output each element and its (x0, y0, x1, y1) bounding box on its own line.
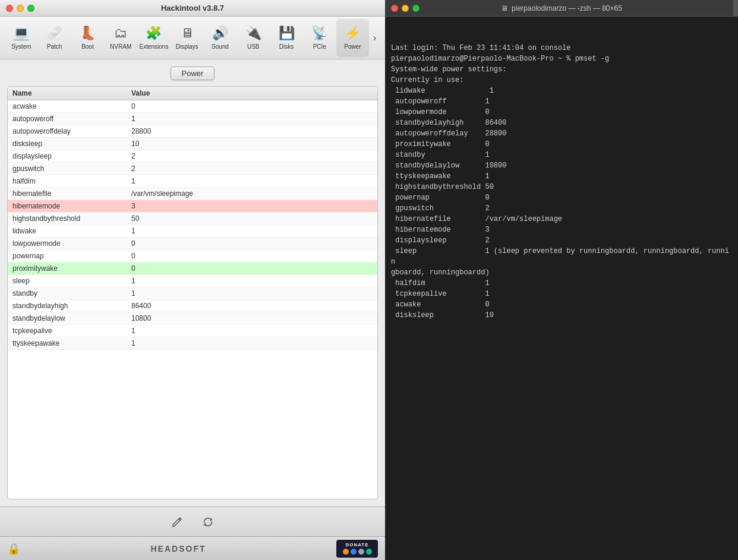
terminal-resize-handle[interactable] (733, 0, 738, 17)
usb-label: USB (247, 43, 260, 50)
terminal-line: hibernatemode 3 (391, 224, 732, 235)
terminal-line: disksleep 10 (391, 310, 732, 321)
terminal-minimize-button[interactable] (402, 5, 409, 12)
power-button-container: Power (7, 67, 378, 80)
power-section-button[interactable]: Power (171, 67, 215, 80)
row-name: highstandbythreshold (12, 214, 131, 223)
terminal-line: standbydelayhigh 86400 (391, 118, 732, 128)
window-title: Hackintool v3.8.7 (161, 4, 224, 12)
boot-label: Boot (81, 43, 94, 50)
row-name: displaysleep (12, 152, 131, 160)
donate-badge[interactable]: DONATE (336, 540, 378, 558)
row-name: autopoweroffdelay (12, 127, 131, 135)
toolbar-power[interactable]: ⚡ Power (336, 19, 370, 57)
toolbar-usb[interactable]: 🔌 USB (236, 19, 270, 57)
maximize-button[interactable] (27, 5, 34, 12)
disks-icon: 💾 (279, 26, 295, 41)
table-row[interactable]: halfdim 1 (8, 175, 377, 188)
toolbar-system[interactable]: 💻 System (5, 19, 38, 57)
table-row[interactable]: standbydelaylow 10800 (8, 312, 377, 325)
terminal-line: hibernatefile /var/vm/sleepimage (391, 214, 732, 224)
row-name: autopoweroff (12, 115, 131, 123)
table-row[interactable]: standbydelayhigh 86400 (8, 300, 377, 312)
table-row[interactable]: tcpkeepalive 1 (8, 325, 377, 337)
row-value: 1 (131, 177, 373, 185)
terminal-title-bar: 🖥 pierpaolodimarzo — -zsh — 80×65 (385, 0, 738, 17)
terminal-title: 🖥 pierpaolodimarzo — -zsh — 80×65 (501, 4, 622, 12)
table-body: acwake 0 autopoweroff 1 autopoweroffdela… (8, 100, 377, 499)
row-name: halfdim (12, 177, 131, 185)
row-name: standby (12, 289, 131, 298)
window-controls (6, 5, 34, 12)
toolbar-pcie[interactable]: 📡 PCIe (303, 19, 336, 57)
toolbar-extensions[interactable]: 🧩 Extensions (137, 19, 171, 57)
terminal-line: autopoweroffdelay 28800 (391, 128, 732, 139)
table-row[interactable]: gpuswitch 2 (8, 163, 377, 175)
table-row[interactable]: acwake 0 (8, 100, 377, 113)
title-bar: Hackintool v3.8.7 (0, 0, 385, 17)
row-value: 1 (131, 327, 373, 335)
terminal-line: acwake 0 (391, 299, 732, 310)
row-name: ttyskeepawake (12, 339, 131, 347)
table-row[interactable]: disksleep 10 (8, 138, 377, 150)
row-value: 50 (131, 214, 373, 223)
toolbar-disks[interactable]: 💾 Disks (270, 19, 303, 57)
patch-icon: 🩹 (46, 26, 62, 41)
terminal-line: displaysleep 2 (391, 235, 732, 246)
toolbar-boot[interactable]: 👢 Boot (71, 19, 105, 57)
nvram-icon: 🗂 (114, 26, 127, 41)
terminal-title-text: pierpaolodimarzo — -zsh — 80×65 (512, 4, 622, 12)
row-name: hibernatefile (12, 189, 131, 198)
refresh-button[interactable] (198, 512, 217, 531)
terminal-window-icon: 🖥 (501, 4, 508, 12)
row-value: 1 (131, 227, 373, 235)
boot-icon: 👢 (80, 26, 96, 41)
table-row[interactable]: powernap 0 (8, 250, 377, 262)
coin-bitcoin (343, 549, 349, 555)
headsoft-logo: HEADSOFT (151, 544, 206, 553)
table-row[interactable]: lowpowermode 0 (8, 238, 377, 250)
terminal-window-controls (391, 5, 420, 12)
table-row[interactable]: lidwake 1 (8, 225, 377, 238)
terminal-window: 🖥 pierpaolodimarzo — -zsh — 80×65 Last l… (385, 0, 738, 560)
status-bar: 🔒 HEADSOFT DONATE (0, 536, 385, 560)
table-row[interactable]: autopoweroffdelay 28800 (8, 125, 377, 138)
table-row[interactable]: proximitywake 0 (8, 262, 377, 275)
terminal-line: ttyskeepawake 1 (391, 171, 732, 182)
table-row[interactable]: standby 1 (8, 287, 377, 300)
row-value: 2 (131, 164, 373, 173)
terminal-line: gboardd, runningboardd) (391, 267, 732, 278)
table-row[interactable]: hibernatefile /var/vm/sleepimage (8, 188, 377, 200)
system-label: System (11, 43, 31, 50)
terminal-line: standby 1 (391, 150, 732, 160)
hackintool-window: Hackintool v3.8.7 💻 System 🩹 Patch 👢 Boo… (0, 0, 385, 560)
toolbar-nvram[interactable]: 🗂 NVRAM (104, 19, 137, 57)
table-row[interactable]: hibernatemode 3 (8, 200, 377, 213)
row-value: 0 (131, 264, 373, 273)
minimize-button[interactable] (17, 5, 24, 12)
terminal-line: lowpowermode 0 (391, 107, 732, 118)
toolbar-patch[interactable]: 🩹 Patch (38, 19, 71, 57)
displays-label: Displays (176, 43, 198, 50)
row-name: hibernatemode (12, 202, 131, 210)
row-name: lowpowermode (12, 239, 131, 248)
toolbar-sound[interactable]: 🔊 Sound (204, 19, 237, 57)
table-row[interactable]: displaysleep 2 (8, 150, 377, 163)
terminal-line: halfdim 1 (391, 278, 732, 289)
row-name: sleep (12, 277, 131, 285)
toolbar-displays[interactable]: 🖥 Displays (171, 19, 204, 57)
col-header-name: Name (12, 89, 131, 97)
col-header-value: Value (131, 89, 373, 97)
toolbar-more[interactable]: › (369, 19, 380, 57)
terminal-body[interactable]: Last login: Thu Feb 23 11:41:04 on conso… (385, 17, 738, 560)
close-button[interactable] (6, 5, 13, 12)
table-row[interactable]: sleep 1 (8, 275, 377, 287)
row-value: 0 (131, 239, 373, 248)
table-row[interactable]: highstandbythreshold 50 (8, 213, 377, 225)
terminal-close-button[interactable] (391, 5, 398, 12)
table-row[interactable]: autopoweroff 1 (8, 113, 377, 125)
table-row[interactable]: ttyskeepawake 1 (8, 337, 377, 350)
edit-button[interactable] (168, 512, 187, 531)
terminal-maximize-button[interactable] (412, 5, 420, 12)
power-icon: ⚡ (345, 26, 361, 41)
